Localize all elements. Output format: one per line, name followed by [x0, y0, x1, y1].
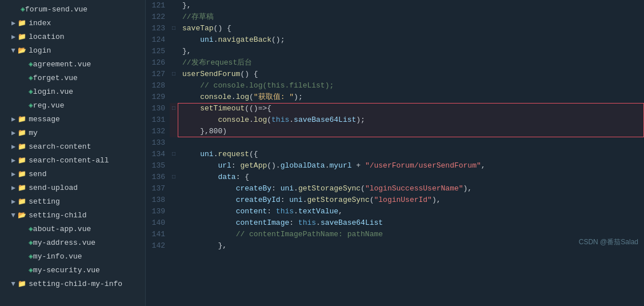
sidebar-item-label: reg.vue — [33, 101, 65, 110]
sidebar-item-label: index — [29, 19, 51, 27]
code-line-121: 121 }, — [146, 0, 644, 11]
vue-file-icon: ◈ — [29, 87, 33, 96]
chevron-right-icon: ▶ — [11, 129, 15, 137]
chevron-right-icon: ▶ — [11, 142, 15, 151]
folder-open-icon: 📂 — [18, 211, 26, 220]
chevron-down-icon: ▶ — [9, 281, 18, 285]
sidebar-item-label: search-content-all — [29, 156, 109, 165]
sidebar-item-label: setting-child-my-info — [29, 280, 122, 288]
chevron-right-icon: ▶ — [11, 19, 15, 27]
sidebar-item-label: my-info.vue — [33, 252, 82, 261]
sidebar-item-search-content-all[interactable]: ▶ 📁 search-content-all — [0, 153, 145, 167]
sidebar-item-label: search-content — [29, 142, 91, 151]
chevron-right-icon: ▶ — [11, 156, 15, 165]
code-line-139: 139 content: this.textValue, — [146, 206, 644, 217]
sidebar-item-setting-child[interactable]: ▶ 📂 setting-child — [0, 208, 145, 222]
folder-icon: 📁 — [18, 142, 26, 151]
vue-file-icon: ◈ — [29, 59, 33, 69]
sidebar-item-forget-vue[interactable]: ◈ forget.vue — [0, 71, 145, 85]
sidebar-item-label: my-security.vue — [33, 266, 100, 275]
sidebar-item-label: about-app.vue — [33, 225, 91, 233]
sidebar-item-label: login — [29, 46, 51, 55]
sidebar-item-label: send — [29, 170, 46, 178]
highlight-region: 130 □ setTimeout(()=>{ 131 console.log(t… — [146, 103, 644, 137]
sidebar-item-label: my-address.vue — [33, 239, 95, 247]
sidebar-item-setting-child-my-info[interactable]: ▶ 📁 setting-child-my-info — [0, 277, 145, 291]
code-line-138: 138 createById: uni.getStorageSync("logi… — [146, 194, 644, 206]
sidebar-item-setting[interactable]: ▶ 📁 setting — [0, 194, 145, 208]
sidebar-item-my-address-vue[interactable]: ◈ my-address.vue — [0, 236, 145, 249]
chevron-down-icon: ▶ — [9, 213, 18, 217]
sidebar-item-label: forum-send.vue — [25, 5, 87, 14]
vue-file-icon: ◈ — [29, 252, 33, 261]
chevron-right-icon: ▶ — [11, 115, 15, 124]
sidebar-item-search-content[interactable]: ▶ 📁 search-content — [0, 140, 145, 153]
code-line-134: 134 □ uni.request({ — [146, 149, 644, 160]
sidebar-item-label: setting — [29, 197, 60, 206]
sidebar-item-my-security-vue[interactable]: ◈ my-security.vue — [0, 263, 145, 277]
code-editor[interactable]: 121 }, 122 //存草稿 123 □ saveTap() { 124 u… — [146, 0, 644, 306]
code-line-128: 128 // console.log(this.fileList); — [146, 80, 644, 92]
vue-file-icon: ◈ — [21, 5, 25, 14]
vue-file-icon: ◈ — [29, 265, 33, 275]
folder-icon: 📁 — [18, 115, 26, 124]
chevron-right-icon: ▶ — [11, 33, 15, 41]
vue-file-icon: ◈ — [29, 224, 33, 233]
code-line-122: 122 //存草稿 — [146, 11, 644, 23]
vue-file-icon: ◈ — [29, 73, 33, 82]
sidebar-item-label: login.vue — [33, 88, 73, 96]
sidebar-item-label: message — [29, 115, 60, 124]
code-line-140: 140 contentImage: this.saveBase64List — [146, 217, 644, 229]
code-content: 121 }, 122 //存草稿 123 □ saveTap() { 124 u… — [146, 0, 644, 252]
sidebar-item-send[interactable]: ▶ 📁 send — [0, 167, 145, 181]
code-line-135: 135 url: getApp().globalData.myurl + "/u… — [146, 160, 644, 172]
code-line-123: 123 □ saveTap() { — [146, 23, 644, 34]
sidebar-item-forum-send-vue[interactable]: ◈ forum-send.vue — [0, 2, 145, 16]
sidebar-item-login[interactable]: ▶ 📂 login — [0, 43, 145, 57]
vue-file-icon: ◈ — [29, 238, 33, 247]
chevron-right-icon: ▶ — [11, 197, 15, 206]
sidebar-item-login-vue[interactable]: ◈ login.vue — [0, 85, 145, 98]
sidebar-item-message[interactable]: ▶ 📁 message — [0, 112, 145, 126]
code-line-129: 129 console.log("获取值: "); — [146, 92, 644, 103]
folder-icon: 📁 — [18, 170, 26, 178]
code-line-133: 133 — [146, 137, 644, 149]
sidebar-item-label: setting-child — [29, 211, 86, 220]
code-line-137: 137 createBy: uni.getStorageSync("loginS… — [146, 183, 644, 194]
vue-file-icon: ◈ — [29, 101, 33, 110]
sidebar-item-location[interactable]: ▶ 📁 location — [0, 30, 145, 43]
code-line-130: 130 □ setTimeout(()=>{ — [146, 103, 644, 114]
sidebar-item-label: agreement.vue — [33, 60, 91, 69]
code-line-127: 127 □ userSendForum() { — [146, 69, 644, 80]
sidebar-item-my[interactable]: ▶ 📁 my — [0, 126, 145, 140]
sidebar-item-label: send-upload — [29, 184, 78, 192]
chevron-right-icon: ▶ — [11, 184, 15, 192]
sidebar-item-label: forget.vue — [33, 74, 78, 82]
chevron-right-icon: ▶ — [11, 170, 15, 178]
sidebar-item-label: my — [29, 129, 38, 137]
folder-icon: 📁 — [18, 197, 26, 206]
sidebar-item-reg-vue[interactable]: ◈ reg.vue — [0, 98, 145, 112]
folder-icon: 📁 — [18, 184, 26, 192]
file-tree[interactable]: ◈ forum-send.vue ▶ 📁 index ▶ 📁 location … — [0, 0, 146, 306]
folder-icon: 📁 — [18, 156, 26, 165]
sidebar-item-label: location — [29, 33, 64, 41]
folder-icon: 📁 — [18, 33, 26, 41]
code-line-131: 131 console.log(this.saveBase64List); — [146, 114, 644, 126]
watermark: CSDN @番茄Salad — [579, 237, 638, 247]
code-line-142: 142 }, — [146, 240, 644, 252]
folder-open-icon: 📂 — [18, 46, 26, 55]
sidebar-item-my-info-vue[interactable]: ◈ my-info.vue — [0, 249, 145, 263]
code-line-136: 136 □ data: { — [146, 172, 644, 183]
code-line-141: 141 // contentImagePathName: pathName — [146, 229, 644, 240]
code-line-124: 124 uni.navigateBack(); — [146, 34, 644, 46]
folder-icon: 📁 — [18, 129, 26, 137]
sidebar-item-send-upload[interactable]: ▶ 📁 send-upload — [0, 181, 145, 194]
code-line-126: 126 //发布request后台 — [146, 57, 644, 69]
folder-icon: 📁 — [18, 19, 26, 27]
sidebar-item-about-app-vue[interactable]: ◈ about-app.vue — [0, 222, 145, 236]
sidebar-item-agreement-vue[interactable]: ◈ agreement.vue — [0, 57, 145, 71]
code-line-132: 132 },800) — [146, 126, 644, 137]
chevron-down-icon: ▶ — [9, 48, 18, 52]
sidebar-item-index[interactable]: ▶ 📁 index — [0, 16, 145, 30]
